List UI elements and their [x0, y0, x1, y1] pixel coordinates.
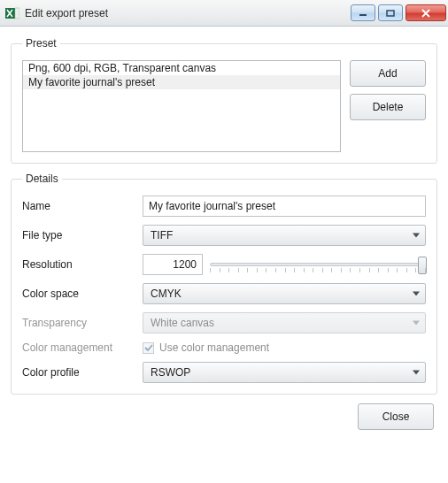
resolution-label: Resolution	[22, 258, 137, 271]
use-color-management-label: Use color management	[159, 341, 269, 354]
color-profile-value: RSWOP	[151, 366, 190, 379]
name-label: Name	[22, 200, 137, 212]
excel-icon	[5, 6, 19, 20]
close-icon	[421, 9, 431, 18]
color-management-label: Color management	[22, 341, 137, 354]
colorspace-value: CMYK	[151, 288, 182, 300]
preset-item[interactable]: My favorite journal's preset	[23, 75, 340, 89]
resolution-input[interactable]	[143, 254, 203, 275]
svg-rect-3	[387, 11, 394, 16]
preset-group: Preset Png, 600 dpi, RGB, Transparent ca…	[11, 37, 437, 164]
resolution-slider[interactable]	[210, 254, 426, 275]
preset-item[interactable]: Png, 600 dpi, RGB, Transparent canvas	[23, 61, 340, 75]
color-profile-select[interactable]: RSWOP	[143, 362, 426, 383]
close-button[interactable]	[406, 4, 446, 21]
window: Edit export preset Preset Png, 600 dpi, …	[0, 0, 448, 483]
filetype-value: TIFF	[151, 229, 173, 242]
window-controls	[351, 4, 446, 21]
details-legend: Details	[22, 172, 62, 185]
preset-legend: Preset	[22, 37, 60, 50]
chevron-down-icon	[413, 321, 420, 326]
colorspace-select[interactable]: CMYK	[143, 283, 426, 304]
svg-rect-2	[359, 14, 367, 16]
chevron-down-icon	[413, 234, 420, 238]
filetype-select[interactable]: TIFF	[143, 225, 426, 246]
delete-button[interactable]: Delete	[350, 94, 426, 120]
content: Preset Png, 600 dpi, RGB, Transparent ca…	[0, 27, 448, 483]
maximize-button[interactable]	[378, 4, 403, 21]
maximize-icon	[386, 10, 395, 17]
close-dialog-button[interactable]: Close	[358, 403, 434, 430]
preset-list[interactable]: Png, 600 dpi, RGB, Transparent canvas My…	[22, 60, 341, 152]
minimize-icon	[359, 10, 367, 17]
filetype-label: File type	[22, 229, 137, 242]
transparency-value: White canvas	[151, 317, 214, 329]
chevron-down-icon	[413, 371, 420, 375]
transparency-label: Transparency	[22, 317, 137, 329]
minimize-button[interactable]	[351, 4, 375, 21]
add-button[interactable]: Add	[350, 60, 426, 87]
chevron-down-icon	[413, 292, 420, 296]
window-title: Edit export preset	[25, 7, 351, 19]
check-icon	[144, 343, 153, 352]
transparency-select: White canvas	[143, 312, 426, 334]
use-color-management-checkbox	[143, 342, 154, 354]
details-group: Details Name File type TIFF Resolution	[11, 172, 437, 395]
name-input[interactable]	[143, 196, 426, 217]
color-profile-label: Color profile	[22, 366, 137, 379]
svg-rect-1	[15, 8, 19, 19]
slider-ticks	[210, 268, 426, 273]
footer: Close	[11, 403, 437, 433]
titlebar: Edit export preset	[0, 0, 448, 27]
slider-thumb[interactable]	[418, 257, 427, 274]
colorspace-label: Color space	[22, 288, 137, 300]
